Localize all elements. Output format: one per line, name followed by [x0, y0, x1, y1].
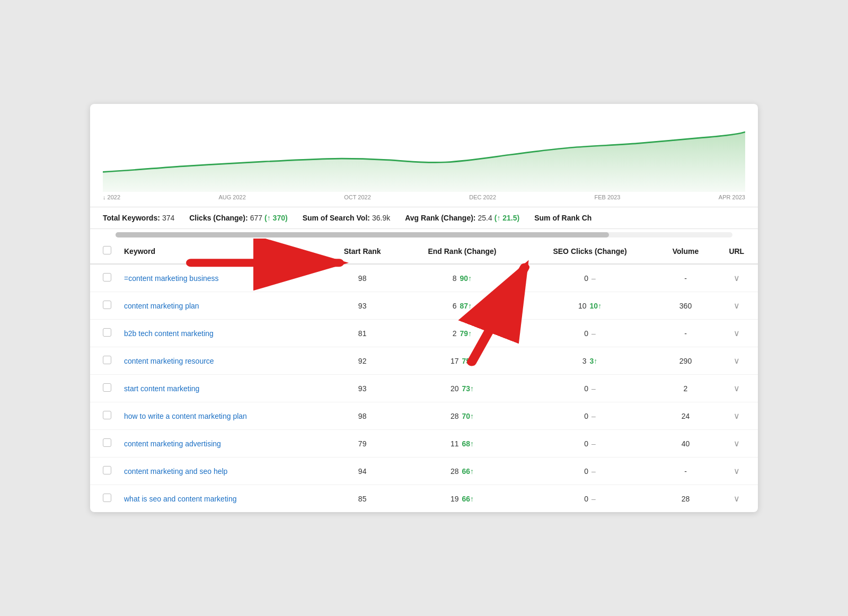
row-volume-5: 24 [656, 402, 715, 430]
row-checkbox-7[interactable] [103, 466, 111, 474]
row-start-rank-7: 94 [324, 457, 400, 485]
x-label-2: OCT 2022 [344, 194, 371, 200]
table-row: =content marketing business 98 8 90↑ 0 –… [90, 264, 758, 292]
x-label-0: ↓ 2022 [103, 194, 120, 200]
row-checkbox-6[interactable] [103, 438, 111, 447]
row-keyword-4[interactable]: start content marketing [118, 375, 324, 402]
row-checkbox-3[interactable] [103, 356, 111, 364]
table-row: how to write a content marketing plan 98… [90, 402, 758, 430]
row-checkbox-cell [90, 430, 118, 457]
th-end-rank[interactable]: End Rank (Change) [400, 239, 524, 264]
row-start-rank-8: 85 [324, 485, 400, 513]
table-row: b2b tech content marketing 81 2 79↑ 0 – … [90, 320, 758, 347]
horizontal-scrollbar[interactable] [116, 232, 732, 237]
row-seo-clicks-0: 0 – [524, 264, 656, 292]
row-url-expand-3[interactable]: ∨ [716, 347, 758, 375]
row-end-rank-4: 20 73↑ [400, 375, 524, 402]
stat-rank-ch: Sum of Rank Ch [534, 214, 591, 222]
th-start-rank[interactable]: Start Rank [324, 239, 400, 264]
row-keyword-3[interactable]: content marketing resource [118, 347, 324, 375]
row-url-expand-8[interactable]: ∨ [716, 485, 758, 513]
table-row: content marketing and seo help 94 28 66↑… [90, 457, 758, 485]
row-start-rank-5: 98 [324, 402, 400, 430]
row-keyword-2[interactable]: b2b tech content marketing [118, 320, 324, 347]
row-checkbox-cell [90, 292, 118, 320]
row-seo-clicks-6: 0 – [524, 430, 656, 457]
row-end-rank-1: 6 87↑ [400, 292, 524, 320]
table-row: content marketing advertising 79 11 68↑ … [90, 430, 758, 457]
table-row: content marketing plan 93 6 87↑ 10 10↑ 3… [90, 292, 758, 320]
table-row: start content marketing 93 20 73↑ 0 – 2 … [90, 375, 758, 402]
row-end-rank-7: 28 66↑ [400, 457, 524, 485]
row-end-rank-8: 19 66↑ [400, 485, 524, 513]
row-checkbox-cell [90, 457, 118, 485]
row-end-rank-3: 17 75↑ [400, 347, 524, 375]
header-checkbox[interactable] [103, 246, 111, 254]
row-start-rank-3: 92 [324, 347, 400, 375]
row-volume-8: 28 [656, 485, 715, 513]
row-checkbox-cell [90, 320, 118, 347]
row-seo-clicks-4: 0 – [524, 375, 656, 402]
th-url[interactable]: URL [716, 239, 758, 264]
th-seo-clicks[interactable]: SEO Clicks (Change) [524, 239, 656, 264]
row-checkbox-cell [90, 375, 118, 402]
row-volume-7: - [656, 457, 715, 485]
row-start-rank-1: 93 [324, 292, 400, 320]
row-volume-0: - [656, 264, 715, 292]
row-checkbox-cell [90, 264, 118, 292]
scrollbar-thumb[interactable] [116, 232, 609, 237]
row-keyword-6[interactable]: content marketing advertising [118, 430, 324, 457]
th-checkbox [90, 239, 118, 264]
row-start-rank-4: 93 [324, 375, 400, 402]
row-end-rank-2: 2 79↑ [400, 320, 524, 347]
row-url-expand-6[interactable]: ∨ [716, 430, 758, 457]
row-checkbox-cell [90, 485, 118, 513]
row-keyword-1[interactable]: content marketing plan [118, 292, 324, 320]
row-seo-clicks-3: 3 3↑ [524, 347, 656, 375]
chart-header [90, 104, 758, 118]
row-checkbox-5[interactable] [103, 411, 111, 419]
organic-clicks-chart [90, 118, 758, 192]
row-seo-clicks-7: 0 – [524, 457, 656, 485]
row-keyword-7[interactable]: content marketing and seo help [118, 457, 324, 485]
row-end-rank-0: 8 90↑ [400, 264, 524, 292]
stat-avg-rank: Avg Rank (Change): 25.4 (↑ 21.5) [405, 214, 519, 222]
scroll-track-wrapper [90, 229, 758, 239]
row-seo-clicks-2: 0 – [524, 320, 656, 347]
x-label-1: AUG 2022 [218, 194, 245, 200]
row-keyword-5[interactable]: how to write a content marketing plan [118, 402, 324, 430]
row-url-expand-4[interactable]: ∨ [716, 375, 758, 402]
row-checkbox-2[interactable] [103, 328, 111, 337]
row-keyword-8[interactable]: what is seo and content marketing [118, 485, 324, 513]
row-seo-clicks-1: 10 10↑ [524, 292, 656, 320]
row-start-rank-0: 98 [324, 264, 400, 292]
th-volume[interactable]: Volume [656, 239, 715, 264]
stat-search-vol: Sum of Search Vol: 36.9k [303, 214, 391, 222]
keyword-table: Keyword Start Rank End Rank (Change) SEO… [90, 239, 758, 512]
row-checkbox-4[interactable] [103, 383, 111, 392]
row-checkbox-8[interactable] [103, 494, 111, 502]
row-keyword-0[interactable]: =content marketing business [118, 264, 324, 292]
keyword-table-container: Keyword Start Rank End Rank (Change) SEO… [90, 239, 758, 512]
row-url-expand-5[interactable]: ∨ [716, 402, 758, 430]
table-row: content marketing resource 92 17 75↑ 3 3… [90, 347, 758, 375]
row-url-expand-2[interactable]: ∨ [716, 320, 758, 347]
row-volume-3: 290 [656, 347, 715, 375]
row-checkbox-1[interactable] [103, 301, 111, 309]
row-end-rank-5: 28 70↑ [400, 402, 524, 430]
th-keyword[interactable]: Keyword [118, 239, 324, 264]
row-checkbox-0[interactable] [103, 273, 111, 281]
row-start-rank-2: 81 [324, 320, 400, 347]
row-seo-clicks-8: 0 – [524, 485, 656, 513]
stat-total-keywords: Total Keywords: 374 [103, 214, 174, 222]
row-volume-4: 2 [656, 375, 715, 402]
row-url-expand-1[interactable]: ∨ [716, 292, 758, 320]
stat-clicks-change: Clicks (Change): 677 (↑ 370) [189, 214, 287, 222]
x-label-5: APR 2023 [719, 194, 745, 200]
x-label-4: FEB 2023 [594, 194, 620, 200]
row-checkbox-cell [90, 347, 118, 375]
row-volume-1: 360 [656, 292, 715, 320]
row-url-expand-7[interactable]: ∨ [716, 457, 758, 485]
row-url-expand-0[interactable]: ∨ [716, 264, 758, 292]
stats-bar: Total Keywords: 374 Clicks (Change): 677… [90, 207, 758, 229]
